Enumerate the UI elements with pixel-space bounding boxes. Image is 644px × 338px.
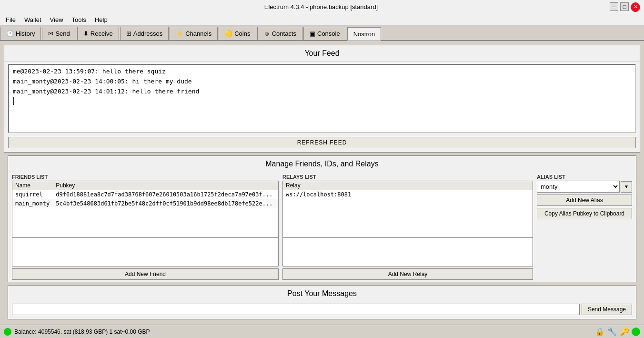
alias-panel: ALIAS LIST monty ▼ Add New Alias Copy Al… bbox=[537, 174, 632, 280]
friend-name-2: main_monty bbox=[12, 199, 53, 208]
post-message-input[interactable] bbox=[12, 304, 580, 315]
relays-table-inner: Relay ws://localhost:8081 bbox=[283, 181, 533, 199]
tab-channels-label: Channels bbox=[185, 30, 211, 37]
history-icon: 🕐 bbox=[6, 30, 14, 37]
add-relay-button[interactable]: Add New Relay bbox=[282, 268, 533, 280]
feed-messages: me@2023-02-23 13:59:07: hello there squi… bbox=[9, 65, 635, 122]
addresses-icon: ⊞ bbox=[126, 30, 131, 37]
feed-section: Your Feed me@2023-02-23 13:59:07: hello … bbox=[4, 45, 640, 153]
feed-title: Your Feed bbox=[4, 45, 640, 62]
main-content: Your Feed me@2023-02-23 13:59:07: hello … bbox=[0, 41, 644, 325]
feed-message-1: me@2023-02-23 13:59:07: hello there squi… bbox=[13, 67, 631, 77]
post-title: Post Your Messages bbox=[8, 286, 636, 302]
relay-row-1[interactable]: ws://localhost:8081 bbox=[283, 190, 533, 199]
status-left: Balance: 4095546. sat (818.93 GBP) 1 sat… bbox=[4, 328, 150, 336]
receive-icon: ⬇ bbox=[83, 30, 89, 37]
relays-table: Relay ws://localhost:8081 bbox=[282, 181, 533, 238]
refresh-feed-button[interactable]: REFRESH FEED bbox=[8, 137, 636, 148]
feed-message-2: main_monty@2023-02-23 14:00:05: hi there… bbox=[13, 77, 631, 87]
tab-history[interactable]: 🕐 History bbox=[0, 27, 41, 40]
console-icon: ▣ bbox=[310, 30, 315, 37]
friends-panel: FRIENDS LIST Name Pubkey squirrel bbox=[12, 174, 279, 280]
tab-coins-label: Coins bbox=[234, 30, 250, 37]
tab-send-label: Send bbox=[55, 30, 70, 37]
tab-nostron-label: Nostron bbox=[353, 31, 375, 38]
friend-row-1[interactable]: squirrel d9f6d18881ea8c7d7fad38768f607e2… bbox=[12, 190, 278, 199]
channels-icon: ⚡ bbox=[176, 30, 183, 37]
friends-label: FRIENDS LIST bbox=[12, 174, 279, 180]
status-right: 🔒 🔧 🔑 bbox=[594, 327, 640, 337]
window-controls: ─ □ ✕ bbox=[610, 2, 640, 12]
add-alias-button[interactable]: Add New Alias bbox=[537, 195, 632, 206]
menu-wallet[interactable]: Wallet bbox=[20, 15, 45, 24]
close-button[interactable]: ✕ bbox=[631, 2, 640, 12]
tab-channels[interactable]: ⚡ Channels bbox=[170, 27, 218, 40]
alias-select-wrapper: monty ▼ bbox=[537, 181, 632, 193]
relays-empty-area bbox=[282, 238, 533, 266]
manage-title: Manage Friends, IDs, and Relays bbox=[8, 156, 636, 172]
friend-pubkey-2: 5c4bf3e548683d61fb72be5f48c2dff0cf51901b… bbox=[53, 199, 278, 208]
alias-label: ALIAS LIST bbox=[537, 174, 632, 180]
tab-contacts-label: Contacts bbox=[272, 30, 296, 37]
send-message-button[interactable]: Send Message bbox=[582, 304, 632, 315]
post-body: Send Message bbox=[8, 302, 636, 319]
friends-table: Name Pubkey squirrel d9f6d18881ea8c7d7fa… bbox=[12, 181, 279, 238]
tab-coins[interactable]: 🟡 Coins bbox=[219, 27, 256, 40]
tab-console-label: Console bbox=[317, 30, 340, 37]
contacts-icon: ☺ bbox=[263, 30, 270, 37]
tab-send[interactable]: ✉ Send bbox=[42, 27, 76, 40]
friend-row-2[interactable]: main_monty 5c4bf3e548683d61fb72be5f48c2d… bbox=[12, 199, 278, 208]
friends-col-pubkey: Pubkey bbox=[53, 181, 278, 190]
friend-pubkey-1: d9f6d18881ea8c7d7fad38768f607e26010503a1… bbox=[53, 190, 278, 199]
settings-icon[interactable]: 🔧 bbox=[607, 327, 617, 337]
minimize-button[interactable]: ─ bbox=[610, 2, 618, 11]
add-friend-button[interactable]: Add New Friend bbox=[12, 268, 279, 280]
refresh-btn-wrapper: REFRESH FEED bbox=[4, 135, 640, 152]
tab-receive-label: Receive bbox=[91, 30, 113, 37]
key-icon[interactable]: 🔑 bbox=[619, 327, 630, 337]
coins-icon: 🟡 bbox=[225, 30, 232, 37]
relay-value-1: ws://localhost:8081 bbox=[283, 190, 533, 199]
window-title: Electrum 4.3.4 - phone.backup [standard] bbox=[32, 3, 610, 10]
tab-receive[interactable]: ⬇ Receive bbox=[77, 27, 119, 40]
menu-bar: File Wallet View Tools Help bbox=[0, 14, 644, 26]
balance-text: Balance: 4095546. sat (818.93 GBP) 1 sat… bbox=[14, 328, 150, 335]
manage-section: Manage Friends, IDs, and Relays FRIENDS … bbox=[8, 155, 636, 282]
copy-alias-pubkey-button[interactable]: Copy Alias Pubkey to Clipboard bbox=[537, 208, 632, 219]
menu-tools[interactable]: Tools bbox=[68, 15, 90, 24]
friends-table-inner: Name Pubkey squirrel d9f6d18881ea8c7d7fa… bbox=[12, 181, 278, 208]
title-bar: Electrum 4.3.4 - phone.backup [standard]… bbox=[0, 0, 644, 14]
feed-message-3: main_monty@2023-02-23 14:01:12: hello th… bbox=[13, 87, 631, 97]
tab-bar: 🕐 History ✉ Send ⬇ Receive ⊞ Addresses ⚡… bbox=[0, 26, 644, 41]
manage-body: FRIENDS LIST Name Pubkey squirrel bbox=[8, 172, 636, 282]
relays-label: RELAYS LIST bbox=[282, 174, 533, 180]
menu-help[interactable]: Help bbox=[91, 15, 111, 24]
alias-dropdown[interactable]: monty bbox=[537, 181, 620, 193]
post-section: Post Your Messages Send Message bbox=[8, 285, 636, 319]
menu-file[interactable]: File bbox=[2, 15, 20, 24]
alias-dropdown-arrow[interactable]: ▼ bbox=[621, 181, 632, 193]
cursor bbox=[13, 97, 631, 105]
tab-nostron[interactable]: Nostron bbox=[347, 27, 382, 41]
maximize-button[interactable]: □ bbox=[620, 2, 629, 11]
tab-contacts[interactable]: ☺ Contacts bbox=[257, 27, 302, 40]
friend-name-1: squirrel bbox=[12, 190, 53, 199]
relays-col-relay: Relay bbox=[283, 181, 533, 190]
menu-view[interactable]: View bbox=[46, 15, 67, 24]
tab-console[interactable]: ▣ Console bbox=[303, 27, 346, 40]
tab-addresses-label: Addresses bbox=[133, 30, 162, 37]
friends-empty-area bbox=[12, 238, 279, 266]
tab-addresses[interactable]: ⊞ Addresses bbox=[120, 27, 169, 40]
status-bar: Balance: 4095546. sat (818.93 GBP) 1 sat… bbox=[0, 325, 644, 338]
status-indicator bbox=[4, 328, 11, 336]
send-icon: ✉ bbox=[48, 30, 53, 37]
tab-history-label: History bbox=[16, 30, 35, 37]
network-status-dot bbox=[632, 328, 640, 336]
relays-panel: RELAYS LIST Relay ws://localhost:8081 bbox=[282, 174, 533, 280]
friends-col-name: Name bbox=[12, 181, 53, 190]
lock-icon[interactable]: 🔒 bbox=[594, 327, 605, 337]
feed-content-area[interactable]: me@2023-02-23 13:59:07: hello there squi… bbox=[8, 64, 636, 133]
